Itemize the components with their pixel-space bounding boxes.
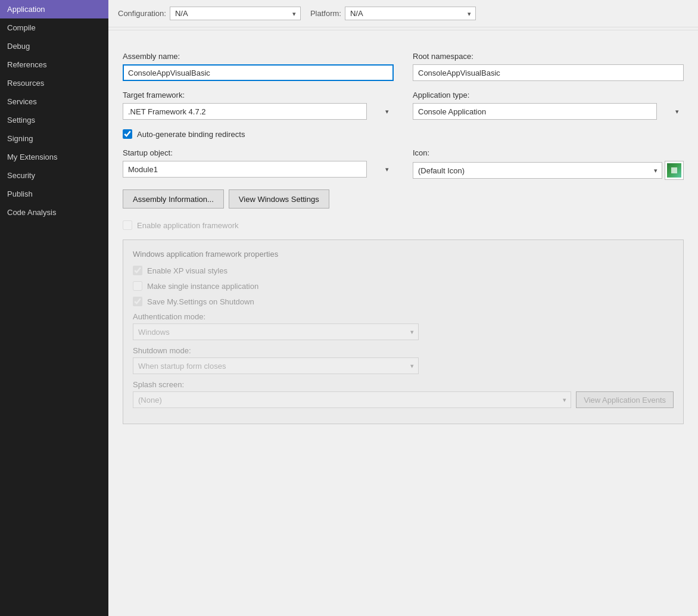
icon-select-wrapper: (Default Icon): [413, 162, 662, 179]
root-namespace-input[interactable]: [413, 64, 684, 81]
assembly-name-label: Assembly name:: [123, 52, 394, 61]
sidebar-item-label: Application: [7, 5, 45, 14]
content-area: Assembly name: Root namespace: Target fr…: [108, 40, 698, 616]
sidebar-item-publish[interactable]: Publish: [0, 185, 108, 203]
app-type-group: Application type: Console Application: [413, 91, 684, 120]
splash-screen-select[interactable]: (None): [133, 391, 571, 408]
sidebar-item-label: Publish: [7, 189, 33, 198]
splash-select-wrapper: (None): [133, 391, 571, 408]
target-framework-select[interactable]: .NET Framework 4.7.2: [123, 103, 367, 120]
platform-select[interactable]: N/A: [345, 7, 476, 20]
save-settings-label: Save My.Settings on Shutdown: [147, 297, 254, 306]
enable-app-framework-label: Enable application framework: [137, 221, 239, 230]
button-row: Assembly Information... View Windows Set…: [123, 189, 684, 209]
view-windows-settings-button[interactable]: View Windows Settings: [229, 189, 329, 209]
target-framework-group: Target framework: .NET Framework 4.7.2: [123, 91, 394, 120]
startup-object-select[interactable]: Module1: [123, 161, 367, 178]
auth-mode-select[interactable]: Windows: [133, 323, 419, 340]
sidebar-item-security[interactable]: Security: [0, 166, 108, 185]
sidebar-item-label: My Extensions: [7, 153, 58, 161]
single-instance-checkbox[interactable]: [133, 281, 142, 291]
top-bar: Configuration: N/A Platform: N/A: [108, 0, 698, 27]
enable-xp-styles-row: Enable XP visual styles: [133, 266, 674, 275]
shutdown-mode-label: Shutdown mode:: [133, 346, 674, 355]
single-instance-row: Make single instance application: [133, 281, 674, 291]
view-app-events-button[interactable]: View Application Events: [576, 391, 674, 408]
startup-object-select-wrapper: Module1: [123, 161, 394, 178]
sidebar-item-debug[interactable]: Debug: [0, 37, 108, 55]
startup-object-label: Startup object:: [123, 148, 394, 157]
sidebar-item-services[interactable]: Services: [0, 92, 108, 111]
sidebar-item-label: Services: [7, 97, 37, 106]
configuration-item: Configuration: N/A: [118, 7, 301, 20]
sidebar-item-compile[interactable]: Compile: [0, 18, 108, 37]
platform-select-wrapper: N/A: [345, 7, 476, 20]
splash-screen-group: Splash screen: (None) View Application E…: [133, 380, 674, 408]
enable-xp-styles-checkbox[interactable]: [133, 266, 142, 275]
sidebar-item-code-analysis[interactable]: Code Analysis: [0, 203, 108, 222]
sidebar-item-label: Compile: [7, 23, 36, 32]
startup-object-group: Startup object: Module1: [123, 148, 394, 180]
assembly-name-group: Assembly name:: [123, 52, 394, 81]
startup-icon-row: Startup object: Module1 Icon: (Default I…: [123, 148, 684, 180]
auto-binding-checkbox[interactable]: [123, 129, 132, 139]
sidebar-item-resources[interactable]: Resources: [0, 74, 108, 92]
root-namespace-label: Root namespace:: [413, 52, 684, 61]
sidebar-item-label: Debug: [7, 42, 30, 51]
single-instance-label: Make single instance application: [147, 282, 258, 291]
config-select-wrapper: N/A: [170, 7, 301, 20]
target-framework-label: Target framework:: [123, 91, 394, 99]
assembly-name-input[interactable]: [123, 64, 394, 81]
sidebar-item-label: Code Analysis: [7, 208, 56, 217]
assembly-info-button[interactable]: Assembly Information...: [123, 189, 224, 209]
assembly-namespace-row: Assembly name: Root namespace:: [123, 52, 684, 81]
platform-item: Platform: N/A: [310, 7, 476, 20]
target-framework-select-wrapper: .NET Framework 4.7.2: [123, 103, 394, 120]
sidebar-item-signing[interactable]: Signing: [0, 129, 108, 148]
framework-properties-section: Windows application framework properties…: [123, 239, 684, 424]
enable-app-framework-checkbox[interactable]: [123, 220, 132, 230]
icon-inner-square: [671, 167, 677, 173]
splash-screen-label: Splash screen:: [133, 380, 674, 389]
main-content: Configuration: N/A Platform: N/A Assembl…: [108, 0, 698, 616]
app-type-select-wrapper: Console Application: [413, 103, 684, 120]
sidebar-item-label: Resources: [7, 79, 44, 88]
sidebar: Application Compile Debug References Res…: [0, 0, 108, 616]
icon-label: Icon:: [413, 148, 684, 157]
save-settings-row: Save My.Settings on Shutdown: [133, 297, 674, 306]
sidebar-item-label: Security: [7, 171, 35, 180]
save-settings-checkbox[interactable]: [133, 297, 142, 306]
root-namespace-group: Root namespace:: [413, 52, 684, 81]
config-select[interactable]: N/A: [170, 7, 301, 20]
icon-select[interactable]: (Default Icon): [413, 162, 662, 179]
auth-mode-label: Authentication mode:: [133, 312, 674, 321]
sidebar-item-label: Signing: [7, 134, 33, 143]
app-type-select[interactable]: Console Application: [413, 103, 657, 120]
icon-preview: [665, 161, 684, 180]
sidebar-item-label: References: [7, 60, 46, 69]
auth-mode-group: Authentication mode: Windows: [133, 312, 674, 340]
framework-apptype-row: Target framework: .NET Framework 4.7.2 A…: [123, 91, 684, 120]
auto-binding-row: Auto-generate binding redirects: [123, 129, 684, 139]
shutdown-mode-select-wrapper: When startup form closes: [133, 357, 419, 374]
sidebar-item-label: Settings: [7, 116, 35, 125]
sidebar-item-settings[interactable]: Settings: [0, 111, 108, 129]
auth-mode-select-wrapper: Windows: [133, 323, 419, 340]
enable-app-framework-row: Enable application framework: [123, 220, 684, 230]
shutdown-mode-group: Shutdown mode: When startup form closes: [133, 346, 674, 374]
framework-section-title: Windows application framework properties: [133, 250, 674, 259]
config-label: Configuration:: [118, 9, 166, 18]
app-type-label: Application type:: [413, 91, 684, 99]
sidebar-item-my-extensions[interactable]: My Extensions: [0, 148, 108, 166]
enable-xp-styles-label: Enable XP visual styles: [147, 266, 228, 275]
auto-binding-label: Auto-generate binding redirects: [137, 130, 245, 139]
icon-inner: [667, 163, 681, 178]
splash-row: (None) View Application Events: [133, 391, 674, 408]
sidebar-item-application[interactable]: Application: [0, 0, 108, 18]
sidebar-item-references[interactable]: References: [0, 55, 108, 74]
icon-group: Icon: (Default Icon): [413, 148, 684, 180]
platform-label: Platform:: [310, 9, 341, 18]
shutdown-mode-select[interactable]: When startup form closes: [133, 357, 419, 374]
